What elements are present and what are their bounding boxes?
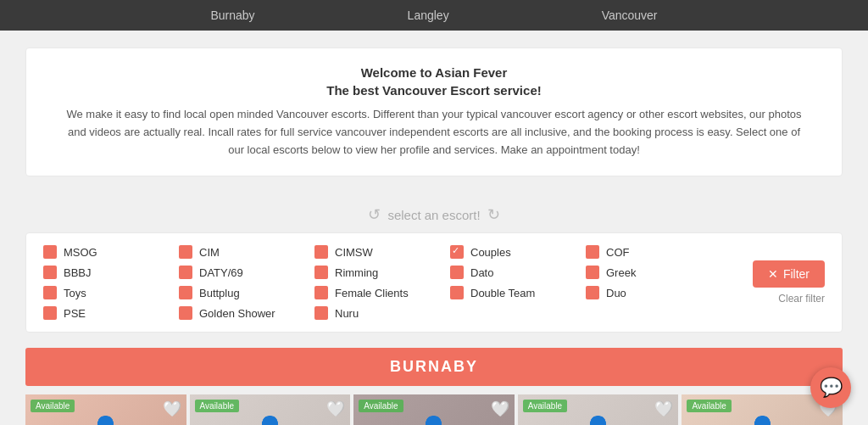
filter-checkbox-greek[interactable] [586,266,599,279]
top-navigation: Burnaby Langley Vancouver [0,0,868,31]
filter-item-female-clients[interactable]: Female Clients [314,286,442,299]
filter-checkbox-female-clients[interactable] [314,286,328,299]
filter-item-rimming[interactable]: Rimming [314,266,442,279]
filter-button-label: Filter [783,267,810,281]
filter-col-1: MSOG BBBJ Toys PSE [43,245,179,320]
filter-checkbox-duo[interactable] [586,286,599,299]
filter-label-msog: MSOG [64,246,97,259]
filter-x-icon: ✕ [768,267,778,281]
filter-checkbox-couples[interactable] [450,245,464,259]
filter-item-toys[interactable]: Toys [43,286,170,299]
welcome-box: Welcome to Asian Fever The best Vancouve… [25,48,843,176]
filter-label-greek: Greek [606,266,636,279]
welcome-title-line2: The best Vancouver Escort service! [60,83,808,98]
escort-cards-row: 👤 Available 🤍 🇨🇦 👤 Available 🤍 👤 Availab… [25,394,843,425]
arrow-left-icon: ↺ [368,205,381,224]
city-bar-burnaby: BURNABY [25,348,843,386]
filter-checkbox-double-team[interactable] [450,286,464,299]
available-badge-4: Available [523,400,567,412]
heart-icon-1[interactable]: 🤍 [163,400,181,418]
filter-label-golden: Golden Shower [199,307,275,320]
heart-icon-3[interactable]: 🤍 [491,400,509,418]
heart-icon-2[interactable]: 🤍 [326,400,345,418]
available-badge-5: Available [687,400,731,412]
filter-item-cof[interactable]: COF [586,245,713,259]
nav-vancouver[interactable]: Vancouver [602,8,658,22]
clear-filter-link[interactable]: Clear filter [778,293,825,305]
filter-checkbox-cof[interactable] [586,245,599,259]
filter-label-cof: COF [606,246,629,259]
filter-item-daty[interactable]: DATY/69 [179,266,306,279]
filter-label-cim: CIM [199,246,220,259]
filter-col-3: CIMSW Rimming Female Clients Nuru [314,245,450,320]
available-badge-1: Available [31,400,75,412]
welcome-title-line1: Welcome to Asian Fever [60,65,808,80]
filter-checkbox-pse[interactable] [43,306,57,320]
filter-label-toys: Toys [64,287,86,299]
filter-label-cimsw: CIMSW [335,246,373,259]
filter-checkbox-dato[interactable] [450,266,464,279]
filter-checkbox-nuru[interactable] [314,306,328,320]
nav-langley[interactable]: Langley [408,8,449,22]
filter-label-buttplug: Buttplug [199,287,240,299]
filter-label-dato: Dato [470,266,493,279]
filter-checkbox-cimsw[interactable] [314,245,328,259]
filter-checkbox-toys[interactable] [43,286,57,299]
escort-card-1[interactable]: 👤 Available 🤍 🇨🇦 [25,394,186,425]
filter-label-rimming: Rimming [335,266,378,279]
filter-col-5: COF Greek Duo [586,245,721,320]
filter-checkbox-rimming[interactable] [314,266,328,279]
filter-button[interactable]: ✕ Filter [753,260,825,288]
escort-card-3[interactable]: 👤 Available 🤍 [353,394,515,425]
chat-button[interactable]: 💬 [810,367,851,408]
filter-panel: MSOG BBBJ Toys PSE CIM DATY/69 Buttplug [25,232,843,333]
chat-icon: 💬 [820,377,843,399]
filter-label-duo: Duo [606,287,626,299]
heart-icon-4[interactable]: 🤍 [654,400,673,418]
filter-item-cimsw[interactable]: CIMSW [314,245,442,259]
filter-item-bbbj[interactable]: BBBJ [43,266,170,279]
filter-checkbox-bbbj[interactable] [43,266,57,279]
filter-label-pse: PSE [64,307,86,320]
escort-card-2[interactable]: 👤 Available 🤍 [190,394,351,425]
filter-item-double-team[interactable]: Double Team [450,286,577,299]
filter-label-nuru: Nuru [335,307,359,320]
available-badge-3: Available [359,400,403,412]
filter-checkbox-cim[interactable] [179,245,192,259]
welcome-body: We make it easy to find local open minde… [60,106,808,159]
city-bar-label: BURNABY [390,358,478,375]
filter-item-msog[interactable]: MSOG [43,245,170,259]
filter-item-couples[interactable]: Couples [450,245,577,259]
available-badge-2: Available [195,400,239,412]
filter-item-golden[interactable]: Golden Shower [179,306,306,320]
filter-label-bbbj: BBBJ [64,266,92,279]
filter-item-pse[interactable]: PSE [43,306,170,320]
escort-card-4[interactable]: 👤 Available 🤍 [518,394,679,425]
filter-label-daty: DATY/69 [199,266,243,279]
filter-item-buttplug[interactable]: Buttplug [179,286,306,299]
filter-col-2: CIM DATY/69 Buttplug Golden Shower [179,245,314,320]
filter-item-cim[interactable]: CIM [179,245,306,259]
filter-item-duo[interactable]: Duo [586,286,713,299]
filter-label-couples: Couples [470,246,511,259]
filter-item-nuru[interactable]: Nuru [314,306,442,320]
filter-label-female-clients: Female Clients [335,287,409,299]
nav-burnaby[interactable]: Burnaby [210,8,254,22]
filter-checkbox-msog[interactable] [43,245,57,259]
filter-checkbox-daty[interactable] [179,266,192,279]
select-escort-prompt: ↺ select an escort! ↻ [0,193,868,232]
select-escort-text: select an escort! [387,208,480,222]
filter-item-dato[interactable]: Dato [450,266,577,279]
arrow-right-icon: ↻ [487,205,500,224]
filter-label-double-team: Double Team [470,287,535,299]
filter-col-4: Couples Dato Double Team [450,245,586,320]
filter-button-area: ✕ Filter Clear filter [753,260,825,305]
filter-item-greek[interactable]: Greek [586,266,713,279]
filter-checkbox-buttplug[interactable] [179,286,192,299]
filter-checkbox-golden[interactable] [179,306,192,320]
